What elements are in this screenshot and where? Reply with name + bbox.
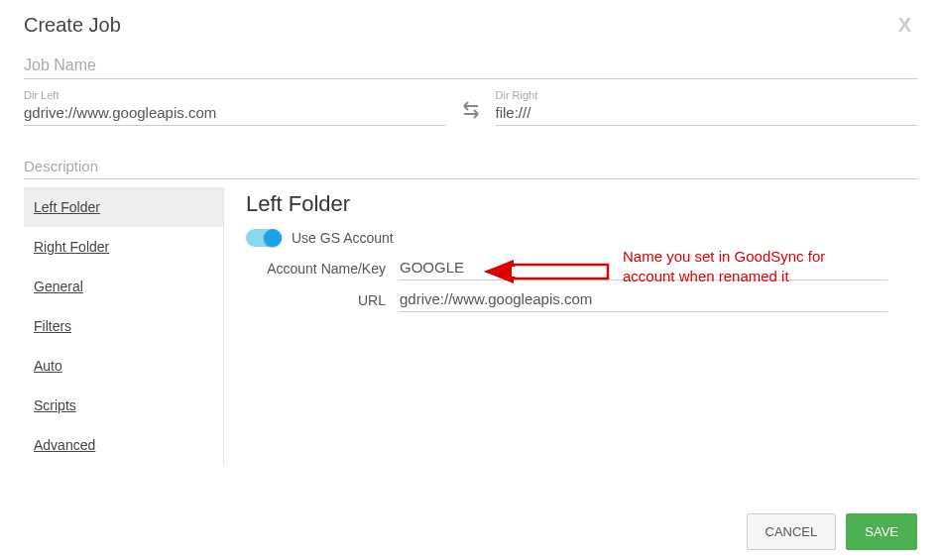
description-row <box>24 156 917 179</box>
sidebar-item-general[interactable]: General <box>24 267 223 306</box>
footer: CANCEL SAVE <box>747 513 917 550</box>
sidebar-item-advanced[interactable]: Advanced <box>24 425 223 465</box>
content-title: Left Folder <box>246 191 917 217</box>
swap-col <box>456 100 486 126</box>
sidebar-item-auto[interactable]: Auto <box>24 346 223 386</box>
use-gs-account-toggle[interactable] <box>246 229 282 247</box>
sidebar: Left Folder Right Folder General Filters… <box>24 187 224 465</box>
sidebar-item-scripts[interactable]: Scripts <box>24 386 223 425</box>
dir-left-input[interactable] <box>24 102 446 126</box>
job-name-input[interactable] <box>24 55 917 79</box>
create-job-modal: Create Job X Dir Left Dir Right Left Fol… <box>0 0 941 465</box>
dir-right-label: Dir Right <box>496 89 918 101</box>
content-panel: Left Folder Use GS Account Account Name/… <box>246 187 917 465</box>
close-button[interactable]: X <box>898 14 911 37</box>
account-name-row: Account Name/Key <box>246 257 917 280</box>
job-name-row <box>24 55 917 79</box>
sidebar-item-left-folder[interactable]: Left Folder <box>24 187 223 227</box>
use-gs-account-label: Use GS Account <box>292 230 394 246</box>
account-name-label: Account Name/Key <box>246 261 400 277</box>
save-button[interactable]: SAVE <box>846 513 917 550</box>
description-input[interactable] <box>24 156 917 179</box>
dir-right-col: Dir Right <box>496 89 918 126</box>
dir-left-col: Dir Left <box>24 89 446 126</box>
url-label: URL <box>246 292 400 308</box>
use-gs-account-row: Use GS Account <box>246 229 917 247</box>
dirs-row: Dir Left Dir Right <box>24 89 917 126</box>
account-name-input[interactable] <box>400 257 887 280</box>
toggle-thumb <box>264 229 282 247</box>
cancel-button[interactable]: CANCEL <box>747 513 837 550</box>
sidebar-item-filters[interactable]: Filters <box>24 306 223 346</box>
url-row: URL <box>246 288 917 312</box>
dir-right-input[interactable] <box>496 102 918 126</box>
main-area: Left Folder Right Folder General Filters… <box>24 187 917 465</box>
url-input[interactable] <box>400 288 887 312</box>
modal-title: Create Job <box>24 14 917 37</box>
swap-icon[interactable] <box>460 100 482 124</box>
sidebar-item-right-folder[interactable]: Right Folder <box>24 227 223 267</box>
dir-left-label: Dir Left <box>24 89 446 101</box>
